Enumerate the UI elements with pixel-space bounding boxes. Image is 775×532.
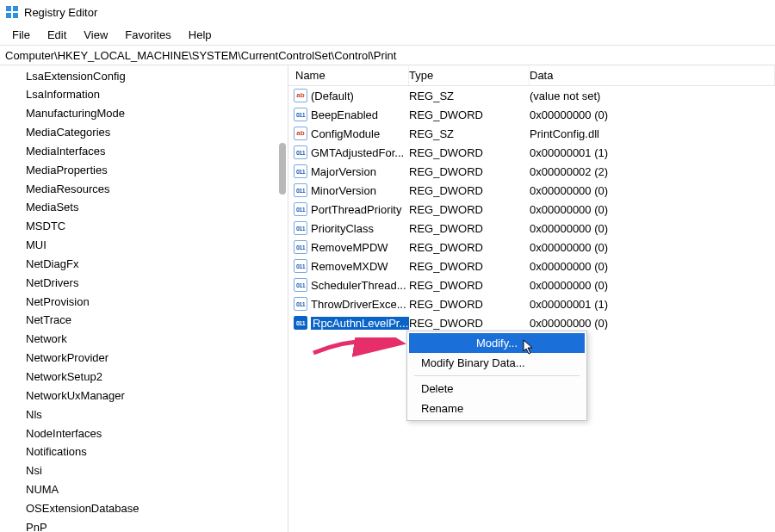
tree-item[interactable]: LsaExtensionConfig <box>0 67 288 86</box>
value-name: PriorityClass <box>311 222 374 235</box>
tree-item[interactable]: Nls <box>0 405 288 424</box>
list-pane[interactable]: Name Type Data ab(Default)REG_SZ(value n… <box>288 65 775 532</box>
context-menu-item[interactable]: Delete <box>409 379 585 399</box>
tree-item[interactable]: Network <box>0 331 288 350</box>
menu-view[interactable]: View <box>75 27 116 43</box>
svg-rect-1 <box>13 6 18 11</box>
string-value-icon: ab <box>294 127 307 140</box>
tree-item[interactable]: PnP <box>0 518 288 532</box>
value-type: REG_DWORD <box>409 222 530 235</box>
tree-pane[interactable]: LsaExtensionConfigLsaInformationManufact… <box>0 65 288 532</box>
value-name: ConfigModule <box>311 127 380 140</box>
registry-value-row[interactable]: 011PriorityClassREG_DWORD0x00000000 (0) <box>288 219 775 238</box>
tree-item[interactable]: NetProvision <box>0 293 288 312</box>
tree-item[interactable]: MediaInterfaces <box>0 142 288 161</box>
app-icon <box>5 5 19 19</box>
registry-value-row[interactable]: 011PortThreadPriorityREG_DWORD0x00000000… <box>288 200 775 219</box>
binary-value-icon: 011 <box>294 108 307 121</box>
value-type: REG_DWORD <box>409 279 530 292</box>
value-name: MinorVersion <box>311 184 376 197</box>
titlebar: Registry Editor <box>0 0 775 24</box>
tree-item[interactable]: ManufacturingMode <box>0 105 288 124</box>
value-name: RpcAuthnLevelPr... <box>311 317 409 330</box>
registry-value-row[interactable]: 011RpcAuthnLevelPr...REG_DWORD0x00000000… <box>288 313 775 332</box>
context-menu-item[interactable]: Modify Binary Data... <box>409 353 585 373</box>
context-menu-item[interactable]: Rename <box>409 399 585 418</box>
tree-item[interactable]: NodeInterfaces <box>0 424 288 443</box>
value-name: BeepEnabled <box>311 108 378 121</box>
tree-scrollbar[interactable] <box>279 143 286 195</box>
value-type: REG_DWORD <box>409 317 530 330</box>
registry-value-row[interactable]: 011ThrowDriverExce...REG_DWORD0x00000001… <box>288 294 775 313</box>
value-data: 0x00000000 (0) <box>530 203 775 216</box>
registry-value-row[interactable]: 011MinorVersionREG_DWORD0x00000000 (0) <box>288 181 775 200</box>
binary-value-icon: 011 <box>294 202 307 216</box>
value-type: REG_SZ <box>409 127 530 140</box>
context-menu-item[interactable]: Modify... <box>409 333 585 353</box>
binary-value-icon: 011 <box>294 297 307 311</box>
tree-list: LsaExtensionConfigLsaInformationManufact… <box>0 65 288 532</box>
list-body: ab(Default)REG_SZ(value not set)011BeepE… <box>288 86 775 332</box>
registry-value-row[interactable]: 011GMTAdjustedFor...REG_DWORD0x00000001 … <box>288 143 775 162</box>
tree-item[interactable]: MediaCategories <box>0 124 288 143</box>
value-data: (value not set) <box>530 90 775 102</box>
tree-item[interactable]: LsaInformation <box>0 86 288 105</box>
tree-item[interactable]: MediaSets <box>0 199 288 218</box>
binary-value-icon: 011 <box>294 145 307 159</box>
value-name: ThrowDriverExce... <box>311 298 406 311</box>
header-name[interactable]: Name <box>288 65 409 85</box>
menu-favorites[interactable]: Favorites <box>116 27 179 43</box>
value-data: 0x00000002 (2) <box>530 165 775 178</box>
registry-value-row[interactable]: 011MajorVersionREG_DWORD0x00000002 (2) <box>288 162 775 181</box>
value-data: 0x00000000 (0) <box>530 108 775 121</box>
registry-value-row[interactable]: 011RemoveMPDWREG_DWORD0x00000000 (0) <box>288 238 775 257</box>
context-menu[interactable]: Modify...Modify Binary Data...DeleteRena… <box>406 331 587 421</box>
value-type: REG_SZ <box>409 90 530 102</box>
registry-value-row[interactable]: 011SchedulerThread...REG_DWORD0x00000000… <box>288 275 775 294</box>
menu-help[interactable]: Help <box>180 27 220 43</box>
value-name: MajorVersion <box>311 165 376 178</box>
context-menu-separator <box>414 375 580 376</box>
registry-value-row[interactable]: abConfigModuleREG_SZPrintConfig.dll <box>288 124 775 143</box>
value-data: 0x00000000 (0) <box>530 241 775 254</box>
value-name: RemoveMXDW <box>311 260 388 273</box>
value-name: SchedulerThread... <box>311 279 406 292</box>
binary-value-icon: 011 <box>294 259 307 273</box>
tree-item[interactable]: NetworkSetup2 <box>0 368 288 387</box>
tree-item[interactable]: MediaResources <box>0 180 288 199</box>
tree-item[interactable]: OSExtensionDatabase <box>0 499 288 518</box>
tree-item[interactable]: NetworkUxManager <box>0 387 288 405</box>
binary-value-icon: 011 <box>294 221 307 235</box>
menu-file[interactable]: File <box>3 27 39 43</box>
tree-item[interactable]: MSDTC <box>0 218 288 237</box>
value-data: 0x00000000 (0) <box>530 260 775 273</box>
value-name: PortThreadPriority <box>311 203 401 216</box>
tree-item[interactable]: NetDrivers <box>0 274 288 293</box>
tree-item[interactable]: Notifications <box>0 443 288 462</box>
menu-edit[interactable]: Edit <box>39 27 75 43</box>
registry-value-row[interactable]: 011BeepEnabledREG_DWORD0x00000000 (0) <box>288 105 775 124</box>
value-data: 0x00000000 (0) <box>530 184 775 197</box>
svg-rect-0 <box>6 6 11 11</box>
value-name: (Default) <box>311 90 354 102</box>
value-name: GMTAdjustedFor... <box>311 146 404 159</box>
svg-rect-2 <box>6 13 11 18</box>
value-type: REG_DWORD <box>409 298 530 311</box>
tree-item[interactable]: NetTrace <box>0 312 288 331</box>
header-data[interactable]: Data <box>530 65 775 85</box>
header-type[interactable]: Type <box>409 65 530 85</box>
value-data: 0x00000000 (0) <box>530 317 775 330</box>
tree-item[interactable]: NetDiagFx <box>0 255 288 274</box>
address-bar[interactable]: Computer\HKEY_LOCAL_MACHINE\SYSTEM\Curre… <box>0 45 775 65</box>
tree-item[interactable]: NUMA <box>0 481 288 500</box>
registry-value-row[interactable]: 011RemoveMXDWREG_DWORD0x00000000 (0) <box>288 257 775 275</box>
value-data: 0x00000000 (0) <box>530 279 775 292</box>
tree-item[interactable]: Nsi <box>0 462 288 481</box>
binary-value-icon: 011 <box>294 240 307 254</box>
value-data: 0x00000000 (0) <box>530 222 775 235</box>
binary-value-icon: 011 <box>294 278 307 292</box>
tree-item[interactable]: NetworkProvider <box>0 350 288 368</box>
registry-value-row[interactable]: ab(Default)REG_SZ(value not set) <box>288 86 775 105</box>
tree-item[interactable]: MediaProperties <box>0 161 288 180</box>
tree-item[interactable]: MUI <box>0 237 288 256</box>
